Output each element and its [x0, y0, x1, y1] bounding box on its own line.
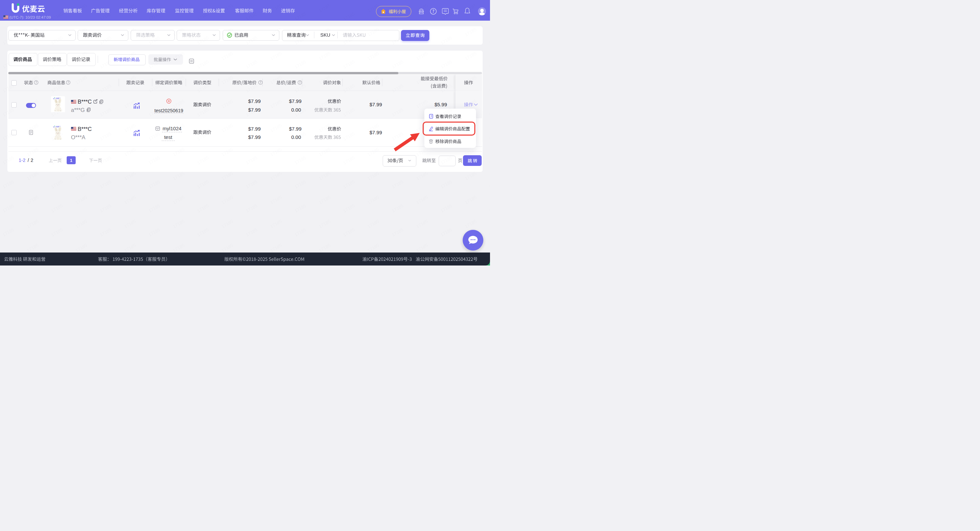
svg-text:17185: 17185: [488, 83, 490, 94]
svg-text:17185: 17185: [440, 179, 453, 190]
svg-text:17185: 17185: [26, 243, 39, 253]
svg-text:17185: 17185: [391, 179, 404, 190]
svg-text:17185: 17185: [391, 203, 404, 214]
svg-text:17185: 17185: [50, 179, 64, 190]
svg-text:17185: 17185: [415, 243, 429, 253]
svg-text:17185: 17185: [148, 203, 161, 214]
svg-text:17185: 17185: [196, 227, 210, 238]
svg-text:17185: 17185: [245, 227, 258, 238]
svg-text:17185: 17185: [440, 203, 453, 214]
svg-text:17185: 17185: [123, 243, 137, 253]
svg-text:17185: 17185: [488, 203, 490, 214]
svg-text:17185: 17185: [488, 179, 490, 190]
svg-text:17185: 17185: [318, 219, 331, 229]
svg-text:17185: 17185: [75, 219, 88, 229]
svg-text:17185: 17185: [367, 171, 380, 181]
svg-text:17185: 17185: [488, 107, 490, 117]
svg-text:17185: 17185: [294, 227, 307, 238]
svg-text:17185: 17185: [221, 219, 234, 229]
svg-text:17185: 17185: [367, 243, 380, 253]
svg-text:17185: 17185: [415, 195, 429, 205]
svg-text:17185: 17185: [99, 203, 112, 214]
svg-text:17185: 17185: [148, 179, 161, 190]
svg-text:17185: 17185: [488, 155, 490, 166]
svg-text:17185: 17185: [318, 243, 331, 253]
svg-text:17185: 17185: [99, 227, 112, 238]
svg-text:17185: 17185: [221, 195, 234, 205]
svg-text:17185: 17185: [269, 195, 283, 205]
svg-text:17185: 17185: [196, 179, 210, 190]
svg-text:17185: 17185: [440, 227, 453, 238]
svg-text:17185: 17185: [269, 243, 283, 253]
svg-text:17185: 17185: [2, 179, 15, 190]
svg-text:17185: 17185: [2, 227, 15, 238]
svg-text:17185: 17185: [488, 227, 490, 238]
svg-text:17185: 17185: [196, 203, 210, 214]
svg-text:17185: 17185: [123, 195, 137, 205]
svg-text:17185: 17185: [221, 171, 234, 181]
svg-text:17185: 17185: [367, 219, 380, 229]
svg-text:17185: 17185: [294, 203, 307, 214]
svg-text:17185: 17185: [488, 35, 490, 46]
svg-text:17185: 17185: [75, 243, 88, 253]
svg-text:17185: 17185: [172, 219, 185, 229]
svg-text:17185: 17185: [342, 227, 356, 238]
svg-text:17185: 17185: [172, 195, 185, 205]
svg-text:17185: 17185: [123, 219, 137, 229]
svg-text:17185: 17185: [269, 171, 283, 181]
svg-text:17185: 17185: [245, 203, 258, 214]
svg-text:17185: 17185: [26, 219, 39, 229]
svg-text:17185: 17185: [99, 179, 112, 190]
svg-text:17185: 17185: [50, 227, 64, 238]
svg-text:17185: 17185: [342, 179, 356, 190]
svg-text:17185: 17185: [488, 59, 490, 70]
svg-text:17185: 17185: [318, 195, 331, 205]
svg-text:17185: 17185: [415, 219, 429, 229]
svg-text:17185: 17185: [464, 171, 477, 181]
svg-text:17185: 17185: [26, 195, 39, 205]
svg-text:17185: 17185: [342, 203, 356, 214]
svg-text:17185: 17185: [148, 227, 161, 238]
svg-text:17185: 17185: [294, 179, 307, 190]
svg-text:17185: 17185: [269, 219, 283, 229]
svg-text:17185: 17185: [75, 195, 88, 205]
svg-text:17185: 17185: [50, 203, 64, 214]
svg-text:17185: 17185: [75, 171, 88, 181]
svg-text:17185: 17185: [123, 171, 137, 181]
svg-text:17185: 17185: [367, 195, 380, 205]
svg-text:17185: 17185: [464, 219, 477, 229]
svg-text:17185: 17185: [488, 131, 490, 141]
svg-text:17185: 17185: [2, 203, 15, 214]
svg-text:17185: 17185: [172, 171, 185, 181]
svg-text:17185: 17185: [391, 227, 404, 238]
svg-text:17185: 17185: [172, 243, 185, 253]
svg-text:17185: 17185: [245, 179, 258, 190]
svg-text:17185: 17185: [464, 195, 477, 205]
svg-text:17185: 17185: [318, 171, 331, 181]
svg-text:17185: 17185: [221, 243, 234, 253]
svg-text:17185: 17185: [415, 171, 429, 181]
svg-text:17185: 17185: [26, 171, 39, 181]
